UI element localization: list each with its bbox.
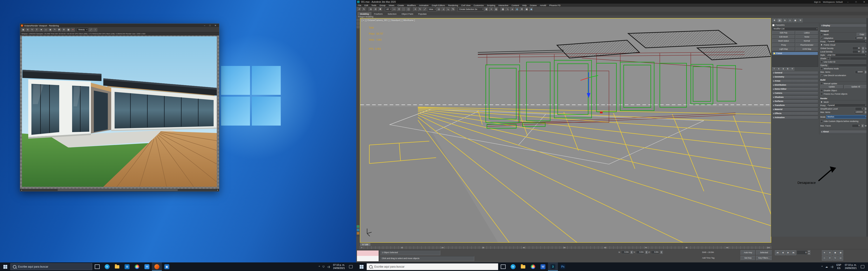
tray-network-icon[interactable]: ⛉: [321, 265, 326, 268]
tray-onedrive-icon[interactable]: ☁: [824, 265, 829, 268]
redo-icon[interactable]: ↻: [362, 7, 366, 11]
style-dropdown[interactable]: Large Dot: [826, 53, 867, 57]
taskbar-edge-icon[interactable]: e: [508, 263, 518, 271]
wireframe-mode-checkbox[interactable]: [820, 67, 823, 70]
strip-color-button[interactable]: [357, 225, 360, 228]
strip-button[interactable]: [357, 19, 360, 22]
viewport-label[interactable]: [ + ] [ OctaneCamera_001 ] [ Standard ] …: [362, 19, 415, 22]
pick-material-icon[interactable]: ✎: [53, 28, 57, 32]
remove-modifier-icon[interactable]: 🗑: [786, 67, 790, 71]
modifier-button[interactable]: Light Map: [772, 47, 795, 51]
copy-image-icon[interactable]: ⧉: [26, 28, 30, 32]
refresh-render-icon[interactable]: ↻: [30, 28, 34, 32]
menu-rendering[interactable]: Rendering: [446, 4, 460, 6]
zoom-extents-all-icon[interactable]: ▦: [838, 250, 843, 255]
ribbon-tab-object-paint[interactable]: Object Paint: [399, 12, 415, 15]
octane-hscrollbar[interactable]: ◀ ▶: [20, 189, 219, 191]
next-frame-icon[interactable]: ▶|: [791, 250, 796, 255]
select-link-icon[interactable]: ⧉: [369, 7, 373, 11]
region-render-icon[interactable]: ▭: [44, 28, 48, 32]
red-channel-icon[interactable]: ●: [71, 28, 75, 32]
local-density-spinner[interactable]: [862, 50, 864, 53]
selected-set-dropdown[interactable]: Selected: [756, 250, 772, 255]
motion-tab-icon[interactable]: ◷: [788, 19, 792, 22]
modifier-list-dropdown[interactable]: Modifier List: [772, 27, 818, 31]
x-coordinate-field[interactable]: 0.0m: [621, 251, 630, 254]
strip-color-button[interactable]: [357, 229, 360, 231]
stack-item-forest[interactable]: Forest: [773, 52, 818, 55]
render-max-items-field[interactable]: 1000000: [855, 111, 864, 114]
scroll-right-icon[interactable]: ▶: [216, 189, 219, 191]
rollout-shadows[interactable]: Shadows: [772, 96, 818, 99]
adaptative-checkbox[interactable]: [820, 37, 823, 39]
taskbar-file-explorer-icon[interactable]: [518, 263, 528, 271]
taskbar-octane-icon[interactable]: [152, 263, 162, 271]
taskbar-mail-icon[interactable]: ✉: [142, 263, 152, 271]
zoom-icon[interactable]: ⊕: [822, 250, 827, 255]
taskbar-file-explorer-icon[interactable]: [112, 263, 122, 271]
taskbar-photoshop-icon[interactable]: Ps: [558, 263, 568, 271]
rollout-distribution[interactable]: Distribution: [772, 83, 818, 87]
modify-tab-icon[interactable]: ◍: [777, 19, 782, 22]
workspaces-dropdown[interactable]: Workspaces: Default: [823, 1, 843, 3]
modifier-button[interactable]: FloorGenerator: [796, 43, 818, 47]
select-and-rotate-icon[interactable]: ↻: [418, 7, 422, 11]
snap-toggle-icon[interactable]: ∠: [441, 7, 446, 11]
modifier-button[interactable]: Edit Poly: [772, 31, 795, 35]
octane-titlebar[interactable]: OctaneRender Viewport - Rendering – □ ✕: [20, 24, 219, 27]
utilities-tab-icon[interactable]: ⚒: [798, 19, 803, 22]
use-color-id-checkbox[interactable]: [820, 61, 823, 63]
object-color-chip[interactable]: [772, 24, 775, 26]
orbit-icon[interactable]: ↻: [833, 256, 838, 261]
toggle-ribbon-icon[interactable]: ▦: [501, 7, 505, 11]
viewport-settings-icon[interactable]: ⚙: [62, 28, 66, 32]
menu-file[interactable]: File: [356, 4, 363, 6]
camera-viewport[interactable]: [ + ] [ OctaneCamera_001 ] [ Standard ] …: [360, 18, 771, 243]
menu-graph-editors[interactable]: Graph Editors: [430, 4, 447, 6]
hide-custom-checkbox[interactable]: [820, 120, 823, 123]
octane-minimize-button[interactable]: –: [202, 24, 207, 27]
rollout-areas[interactable]: Areas: [772, 79, 818, 83]
pan-icon[interactable]: ✛: [827, 256, 832, 261]
modifier-stack[interactable]: Forest: [772, 52, 818, 67]
use-pivot-center-icon[interactable]: ◎: [437, 7, 441, 11]
menu-animation[interactable]: Animation: [417, 4, 430, 6]
render-mesh-radio[interactable]: [820, 101, 823, 103]
max-close-button[interactable]: ✕: [861, 1, 867, 3]
maxscript-mini-listener[interactable]: [357, 250, 379, 262]
octane-close-button[interactable]: ✕: [213, 24, 218, 27]
taskbar-chrome-icon[interactable]: [528, 263, 538, 271]
rollout-about[interactable]: About: [820, 130, 867, 134]
directx-checkbox[interactable]: [820, 74, 823, 76]
zoom-extents-icon[interactable]: ▣: [833, 250, 838, 255]
global-density-spinner[interactable]: [862, 47, 864, 50]
max-items-field[interactable]: 30000: [855, 70, 864, 74]
play-icon[interactable]: ▶: [786, 250, 791, 255]
taskbar-clock[interactable]: 07:10 p. m. 24/09/2021: [331, 264, 347, 270]
octane-render-window[interactable]: OctaneRender Viewport - Rendering – □ ✕ …: [20, 24, 219, 192]
modifier-button[interactable]: Noise: [796, 35, 818, 39]
modifier-button[interactable]: Lattice: [796, 31, 818, 35]
ribbon-tab-populate[interactable]: Populate: [416, 12, 429, 15]
hierarchy-tab-icon[interactable]: ⧉: [782, 19, 787, 22]
menu-phoenix[interactable]: Phoenix FD: [548, 4, 562, 6]
zoom-fit-icon[interactable]: ⤢: [89, 28, 93, 32]
simplification-field[interactable]: 1: [855, 107, 864, 110]
freeze-all-checkbox[interactable]: [820, 93, 823, 95]
select-and-move-icon[interactable]: ✛: [413, 7, 417, 11]
object-name-field[interactable]: Forest001: [776, 24, 785, 26]
selection-filter-dropdown[interactable]: All: [385, 7, 392, 11]
octane-render-viewport[interactable]: [20, 35, 219, 189]
command-panel-scrollbar[interactable]: [866, 18, 868, 237]
stop-render-icon[interactable]: ■: [39, 28, 43, 32]
taskbar-word-icon[interactable]: W: [538, 263, 548, 271]
track-bar[interactable]: 010 2030 4050 6070 8090 100: [360, 246, 771, 249]
render-pass-dropdown[interactable]: Beauty: [77, 28, 88, 32]
fov-icon[interactable]: ◇: [822, 256, 827, 261]
film-settings-icon[interactable]: ▦: [66, 28, 70, 32]
task-view-button[interactable]: [498, 263, 508, 271]
scroll-left-icon[interactable]: ◀: [20, 189, 23, 191]
local-density-field[interactable]: 50: [852, 50, 861, 53]
rollout-surfaces[interactable]: Surfaces: [772, 100, 818, 103]
maximize-viewport-icon[interactable]: ◱: [838, 256, 843, 261]
